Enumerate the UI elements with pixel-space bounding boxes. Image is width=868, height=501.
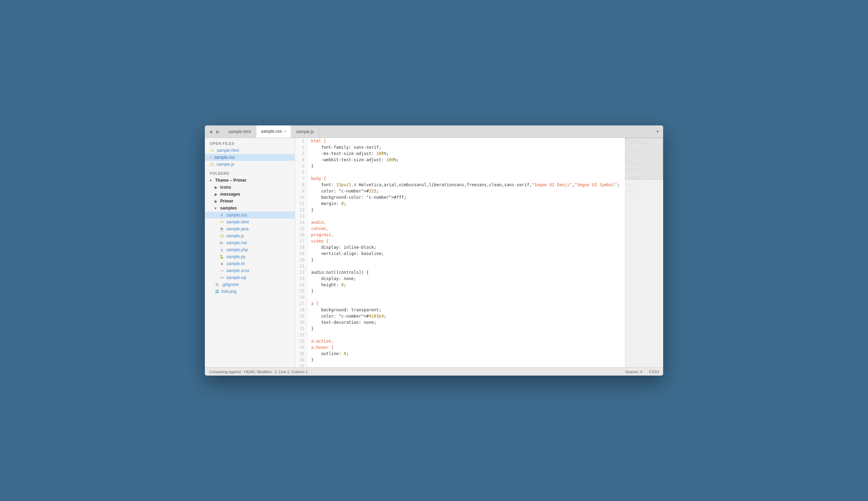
html-icon: <> <box>210 148 215 153</box>
folder-icons-label: icons <box>220 185 231 190</box>
file-sample-html-label: sample.html <box>226 220 249 224</box>
tab-nav: ◀ ▶ <box>205 129 224 135</box>
folder-messages[interactable]: ▶ messages <box>205 191 295 198</box>
spaces-indicator: Spaces: 4 <box>625 370 642 374</box>
status-left: Comparing against : HEAD, Modified : 1, … <box>209 370 308 374</box>
folder-primer[interactable]: ▶ Primer <box>205 198 295 205</box>
file-sample-php-label: sample.php <box>226 247 248 252</box>
img-file-icon: 🖼 <box>215 289 219 294</box>
status-bar: Comparing against : HEAD, Modified : 1, … <box>205 367 663 376</box>
file-sample-js2[interactable]: JS sample.js <box>205 232 295 239</box>
rb-file-icon: ♦ <box>219 262 224 266</box>
file-sample-java[interactable]: ☕ sample.java <box>205 225 295 232</box>
line-numbers: 1234567891011121314151617181920212223242… <box>295 138 308 367</box>
tab-sample-js[interactable]: sample.js <box>291 125 319 138</box>
file-sample-rb-label: sample.rb <box>226 261 245 266</box>
folder-theme-primer[interactable]: ▾ Theme – Primer <box>205 177 295 184</box>
css-file-icon: # <box>219 213 224 217</box>
file-sample-js2-label: sample.js <box>226 233 244 238</box>
file-sample-java-label: sample.java <box>226 227 249 231</box>
nav-forward-button[interactable]: ▶ <box>215 129 221 135</box>
folder-samples[interactable]: ▾ samples <box>205 205 295 212</box>
file-sample-scss[interactable]: <> sample.scss <box>205 267 295 274</box>
file-sample-scss-label: sample.scss <box>226 268 249 273</box>
py-file-icon: 🐍 <box>219 255 224 259</box>
nav-back-button[interactable]: ◀ <box>208 129 214 135</box>
html-file-icon: <> <box>219 220 224 224</box>
file-sample-html[interactable]: <> sample.html <box>205 219 295 225</box>
js-file-icon: JS <box>219 234 224 238</box>
folder-primer-label: Primer <box>220 199 233 204</box>
file-fold-png-label: fold.png <box>222 289 236 294</box>
sidebar: OPEN FILES <> sample.html × sample.css J… <box>205 138 295 367</box>
tab-sample-css[interactable]: sample.css × <box>256 125 291 138</box>
file-sample-py-label: sample.py <box>226 254 245 259</box>
open-file-sample-html[interactable]: <> sample.html <box>205 147 295 154</box>
file-close-icon[interactable]: × <box>210 155 212 159</box>
folder-messages-label: messages <box>220 192 240 197</box>
tab-dropdown-button[interactable]: ▼ <box>652 129 663 134</box>
chevron-right-icon: ▶ <box>215 192 218 196</box>
tab-bar: ◀ ▶ sample.html sample.css × sample.js ▼ <box>205 125 663 138</box>
tab-close-button[interactable]: × <box>284 129 286 133</box>
gear-file-icon: ⚙ <box>215 282 219 287</box>
language-indicator: CSS3 <box>649 370 659 374</box>
chevron-right-icon: ▶ <box>215 199 218 203</box>
open-file-sample-css[interactable]: × sample.css <box>205 154 295 161</box>
scss-file-icon: <> <box>219 269 224 273</box>
tab-html-label: sample.html <box>228 129 251 134</box>
file-fold-png[interactable]: 🖼 fold.png <box>205 288 295 295</box>
status-right: Spaces: 4 CSS3 <box>625 370 659 374</box>
file-sample-css[interactable]: # sample.css <box>205 212 295 219</box>
minimap: html { font-family: sans-serif; -ms-text… <box>625 138 663 367</box>
chevron-down-icon: ▾ <box>210 179 213 182</box>
js-icon: JS <box>210 162 215 166</box>
minimap-viewport[interactable] <box>625 138 663 180</box>
file-sample-md[interactable]: M↓ sample.md <box>205 239 295 246</box>
chevron-right-icon: ▶ <box>215 186 218 189</box>
editor-window: ◀ ▶ sample.html sample.css × sample.js ▼… <box>205 125 663 376</box>
file-sample-php[interactable]: φ sample.php <box>205 246 295 253</box>
tab-css-label: sample.css <box>261 129 282 134</box>
file-sample-sql[interactable]: <> sample.sql <box>205 274 295 281</box>
file-sample-rb[interactable]: ♦ sample.rb <box>205 260 295 267</box>
file-sample-py[interactable]: 🐍 sample.py <box>205 253 295 260</box>
file-gitignore[interactable]: ⚙ .gitignore <box>205 281 295 288</box>
chevron-down-icon: ▾ <box>215 206 218 210</box>
file-sample-sql-label: sample.sql <box>226 275 246 280</box>
php-file-icon: φ <box>219 248 224 252</box>
folder-samples-label: samples <box>220 206 237 211</box>
tab-js-label: sample.js <box>296 129 314 134</box>
code-content[interactable]: html { font-family: sans-serif; -ms-text… <box>308 138 625 367</box>
file-gitignore-label: .gitignore <box>222 282 239 287</box>
java-file-icon: ☕ <box>219 227 224 231</box>
open-file-js-label: sample.js <box>217 162 234 167</box>
file-sample-css-label: sample.css <box>226 213 247 217</box>
open-file-css-label: sample.css <box>214 155 235 160</box>
open-file-html-label: sample.html <box>217 148 239 153</box>
folder-theme-primer-label: Theme – Primer <box>215 178 247 183</box>
sql-file-icon: <> <box>219 276 224 280</box>
open-files-title: OPEN FILES <box>205 138 295 147</box>
folders-title: FOLDERS <box>205 168 295 177</box>
main-area: OPEN FILES <> sample.html × sample.css J… <box>205 138 663 367</box>
folder-icons[interactable]: ▶ icons <box>205 184 295 191</box>
open-file-sample-js[interactable]: JS sample.js <box>205 161 295 168</box>
md-file-icon: M↓ <box>219 241 224 245</box>
editor-area: 1234567891011121314151617181920212223242… <box>295 138 663 367</box>
tab-sample-html[interactable]: sample.html <box>224 125 256 138</box>
file-sample-md-label: sample.md <box>226 240 247 245</box>
